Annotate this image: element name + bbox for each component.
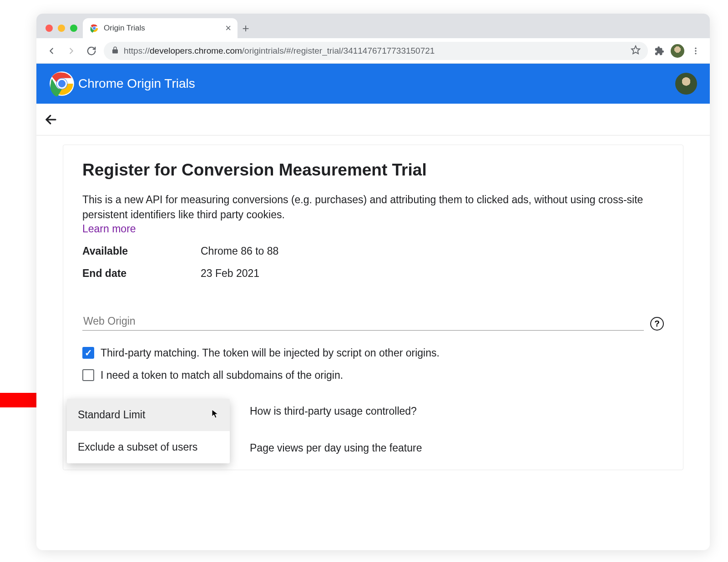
reload-button[interactable] <box>84 43 99 59</box>
dropdown-option-standard-limit[interactable]: Standard Limit <box>67 399 230 431</box>
tab-close-icon[interactable]: × <box>225 23 231 33</box>
learn-more-link[interactable]: Learn more <box>82 223 664 235</box>
end-date-label: End date <box>82 267 201 280</box>
usage-limit-dropdown[interactable]: Standard Limit Exclude a subset of users <box>67 399 230 463</box>
page-toolbar <box>36 104 710 135</box>
svg-point-8 <box>695 53 696 54</box>
mouse-cursor-icon <box>212 409 219 421</box>
nav-back-button[interactable] <box>44 43 59 59</box>
url-text: https://developers.chrome.com/origintria… <box>124 46 626 56</box>
browser-tab[interactable]: Origin Trials × <box>83 18 238 38</box>
chrome-favicon-icon <box>89 23 99 33</box>
extensions-icon[interactable] <box>652 44 666 58</box>
chrome-menu-icon[interactable] <box>689 44 703 58</box>
app-header: Chrome Origin Trials <box>36 64 710 104</box>
third-party-usage-question: How is third-party usage controlled? <box>250 405 417 417</box>
third-party-matching-label: Third-party matching. The token will be … <box>101 347 440 359</box>
svg-marker-5 <box>632 45 640 53</box>
new-tab-button[interactable]: + <box>238 18 254 38</box>
svg-point-7 <box>695 50 696 51</box>
page-title: Register for Conversion Measurement Tria… <box>82 161 664 180</box>
end-date-value: 23 Feb 2021 <box>201 267 259 280</box>
dropdown-option-exclude-subset[interactable]: Exclude a subset of users <box>67 431 230 463</box>
browser-window: Origin Trials × + https://developers.chr… <box>36 14 710 550</box>
page-back-button[interactable] <box>41 110 61 130</box>
app-title: Chrome Origin Trials <box>78 76 195 91</box>
tab-strip: Origin Trials × + <box>36 14 710 38</box>
window-close-icon[interactable] <box>46 25 53 32</box>
window-controls <box>43 25 83 38</box>
window-zoom-icon[interactable] <box>70 25 77 32</box>
bookmark-star-icon[interactable] <box>631 45 641 57</box>
address-bar[interactable]: https://developers.chrome.com/origintria… <box>104 42 648 60</box>
chrome-logo-icon <box>49 71 75 96</box>
lock-icon <box>111 46 119 56</box>
toolbar: https://developers.chrome.com/origintria… <box>36 38 710 64</box>
user-avatar[interactable] <box>675 73 697 95</box>
registration-card: Register for Conversion Measurement Tria… <box>63 145 683 470</box>
window-minimize-icon[interactable] <box>58 25 65 32</box>
svg-point-6 <box>695 47 696 49</box>
third-party-matching-checkbox[interactable] <box>82 347 94 359</box>
profile-avatar-icon[interactable] <box>671 44 684 58</box>
nav-forward-button[interactable] <box>64 43 79 59</box>
available-value: Chrome 86 to 88 <box>201 245 278 257</box>
page-description: This is a new API for measuring conversi… <box>82 192 664 223</box>
subdomains-label: I need a token to match all subdomains o… <box>101 369 343 381</box>
web-origin-input[interactable] <box>82 312 644 331</box>
subdomains-checkbox[interactable] <box>82 369 94 381</box>
help-icon[interactable]: ? <box>650 317 664 331</box>
available-label: Available <box>82 245 201 257</box>
tab-title: Origin Trials <box>104 24 221 33</box>
page-views-label: Page views per day using the feature <box>250 442 422 454</box>
